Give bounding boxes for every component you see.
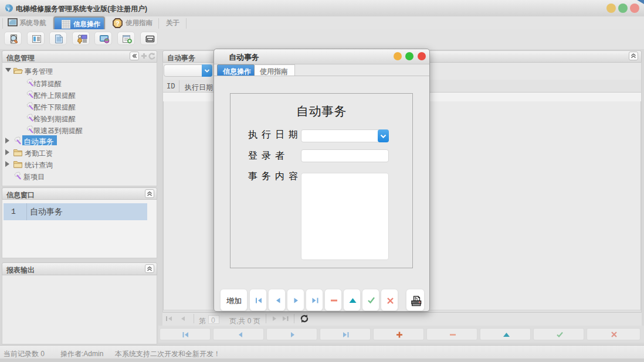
svg-text:y: y [7, 5, 11, 12]
svg-text:?: ? [116, 20, 120, 27]
